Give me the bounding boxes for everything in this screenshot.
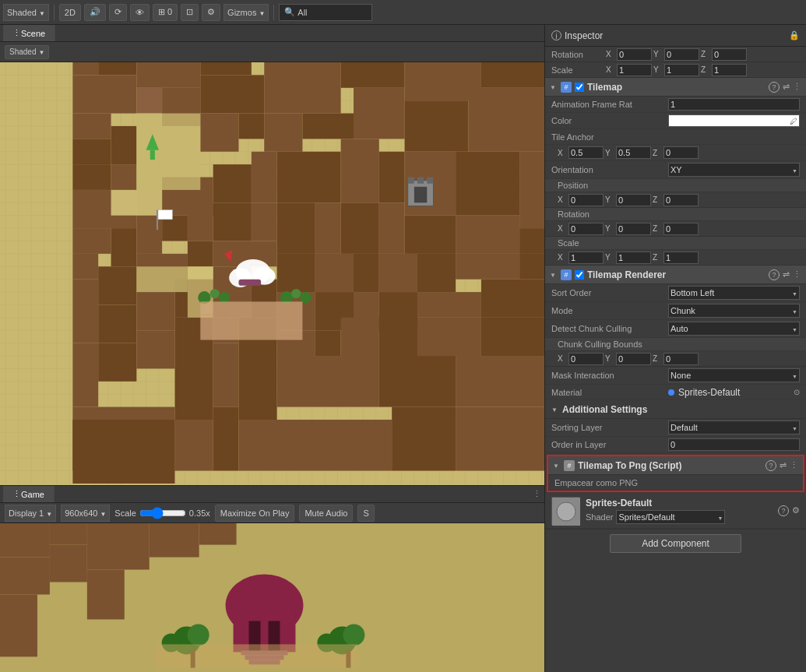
tilemap-info-icon[interactable]: ? [769, 82, 780, 93]
tilemap-pos-z-input[interactable] [663, 194, 699, 206]
svg-rect-82 [136, 88, 162, 114]
scale-slider[interactable] [139, 510, 186, 516]
sort-order-dropdown[interactable]: Bottom Left [668, 286, 800, 300]
grid-btn[interactable]: ⊡ [181, 4, 199, 21]
color-picker-icon[interactable]: 🖊 [790, 117, 797, 125]
shader-dropdown[interactable]: Sprites/Default [616, 510, 725, 524]
main-content: ⋮ Scene Shaded [0, 25, 806, 672]
anim-frame-rate-row: Animation Frame Rat [545, 97, 806, 113]
add-component-btn[interactable]: Add Component [610, 534, 741, 553]
svg-rect-172 [238, 420, 392, 471]
tile-anchor-y-input[interactable] [616, 146, 651, 159]
tilemap-renderer-settings-icon[interactable]: ⇌ [783, 269, 790, 280]
tilemap-pos-y-input[interactable] [616, 194, 651, 206]
chunk-y-input[interactable] [616, 353, 651, 365]
tilemap-scale-x-input[interactable] [568, 252, 604, 264]
tilemap-settings-icon[interactable]: ⇌ [783, 82, 790, 92]
tilemap-renderer-dots-icon[interactable]: ⋮ [793, 269, 801, 280]
scene-btn[interactable]: ⊞ 0 [153, 4, 178, 21]
svg-rect-119 [277, 202, 315, 254]
tilemap-checkbox[interactable] [575, 83, 584, 92]
search-bar[interactable]: 🔍 All [279, 4, 372, 21]
game-panel-menu[interactable]: ⋮ [533, 489, 541, 499]
tilemap-scale-z: Z [653, 252, 699, 264]
shading-dropdown[interactable]: Shaded [3, 4, 49, 21]
material-settings-icon[interactable]: ⚙ [792, 505, 800, 516]
scale-y-input[interactable] [664, 64, 699, 76]
audio-btn[interactable]: 🔊 [84, 4, 106, 21]
tilemap-pos-x-input[interactable] [568, 194, 604, 206]
svg-rect-176 [111, 190, 163, 216]
svg-rect-97 [469, 88, 544, 152]
script-toggle[interactable] [553, 461, 561, 470]
tilemap-pos-z: Z [653, 194, 699, 206]
rotation-y-input[interactable] [664, 48, 699, 61]
shading-chevron [39, 8, 45, 17]
rotation-z-input[interactable] [712, 48, 747, 61]
tilemap-renderer-info-icon[interactable]: ? [769, 269, 780, 280]
mute-audio-btn[interactable]: Mute Audio [299, 505, 353, 522]
order-in-layer-input[interactable] [668, 438, 800, 451]
svg-rect-98 [72, 139, 111, 164]
maximize-on-play-btn[interactable]: Maximize On Play [215, 505, 295, 522]
script-settings-icon[interactable]: ⇌ [780, 460, 787, 470]
tile-anchor-x-label: X [558, 149, 567, 157]
chunk-z-input[interactable] [663, 353, 699, 365]
sort-order-label: Sort Order [551, 288, 668, 297]
tilemap-rot-z-input[interactable] [663, 223, 699, 235]
tilemap-scale-z-input[interactable] [663, 252, 699, 264]
mask-interaction-dropdown[interactable]: None [668, 368, 800, 382]
mode-dropdown[interactable]: Chunk [668, 304, 800, 318]
2d-btn[interactable]: 2D [59, 4, 81, 21]
detect-chunk-dropdown[interactable]: Auto [668, 322, 800, 336]
sorting-layer-dropdown[interactable]: Default [668, 420, 800, 435]
svg-rect-126 [72, 254, 98, 280]
script-dots-icon[interactable]: ⋮ [790, 460, 798, 470]
tile-anchor-y-field: Y [605, 146, 651, 159]
scale-xyz-group-top: X Y Z [606, 64, 800, 76]
svg-rect-107 [341, 139, 379, 202]
tilemap-rot-y-input[interactable] [616, 223, 651, 235]
scale-x-label: X [606, 65, 615, 74]
svg-rect-234 [156, 644, 358, 667]
tilemap-toggle[interactable] [550, 83, 558, 91]
svg-rect-112 [72, 228, 111, 254]
scale-z-input[interactable] [712, 64, 747, 76]
fx-btn[interactable]: ⟳ [109, 4, 127, 21]
orientation-dropdown[interactable]: XY [668, 163, 800, 177]
tilemap-scale-y-input[interactable] [616, 252, 651, 264]
stats-btn[interactable]: S [357, 505, 374, 522]
chunk-x-input[interactable] [568, 353, 604, 365]
material-picker-icon[interactable]: ⊙ [794, 388, 800, 396]
inspector-lock-icon[interactable]: 🔒 [789, 30, 800, 40]
tilemap-dots-icon[interactable]: ⋮ [793, 82, 801, 92]
chunk-bounds-section: Chunk Culling Bounds [545, 338, 806, 351]
color-field[interactable]: 🖊 [668, 114, 800, 127]
tile-anchor-z-input[interactable] [663, 146, 699, 159]
scene-shading-dropdown[interactable]: Shaded [5, 45, 49, 59]
rotation-y-label: Y [653, 50, 663, 58]
scale-x-input[interactable] [617, 64, 652, 76]
tilemap-renderer-toggle[interactable] [550, 270, 558, 279]
material-val: Sprites-Default [678, 387, 740, 398]
tools-btn[interactable]: ⚙ [202, 4, 220, 21]
material-info-icon[interactable]: ? [778, 505, 789, 516]
tilemap-renderer-checkbox[interactable] [575, 270, 584, 280]
svg-rect-93 [264, 114, 302, 152]
script-info-icon[interactable]: ? [766, 460, 776, 471]
tab-game[interactable]: ⋮ Game [3, 486, 55, 502]
rotation-section: Rotation [545, 208, 806, 221]
tilemap-name: Tilemap [587, 82, 766, 93]
svg-rect-131 [277, 254, 315, 292]
tab-scene[interactable]: ⋮ Scene [3, 25, 55, 41]
tile-anchor-x-input[interactable] [568, 146, 604, 159]
vis-btn[interactable]: 👁 [130, 4, 150, 21]
anim-frame-rate-input[interactable] [668, 98, 800, 111]
rotation-x-input[interactable] [617, 48, 652, 61]
tilemap-rot-x-input[interactable] [568, 223, 604, 235]
resolution-dropdown[interactable]: 960x640 [61, 505, 110, 522]
display-dropdown[interactable]: Display 1 [5, 505, 56, 522]
add-settings-toggle[interactable] [551, 405, 559, 413]
gizmos-dropdown[interactable]: Gizmos [223, 4, 269, 21]
svg-rect-125 [519, 228, 544, 254]
